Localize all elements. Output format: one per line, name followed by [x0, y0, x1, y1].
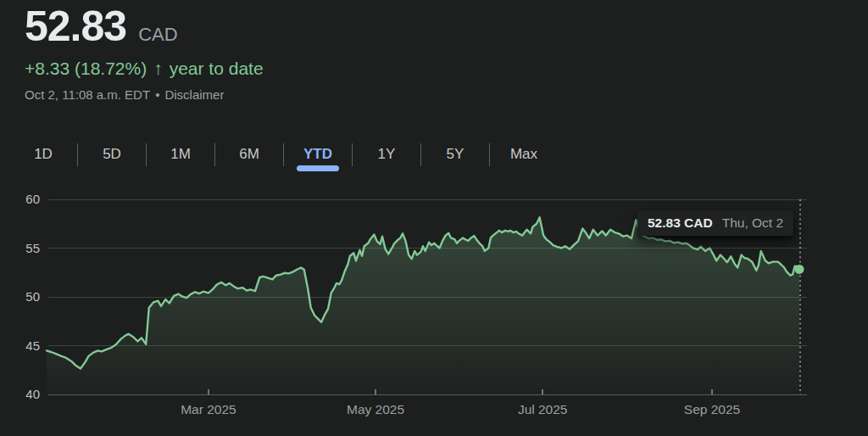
- y-axis-label: 60: [25, 192, 40, 206]
- price-chart[interactable]: 6055504540Mar 2025May 2025Jul 2025Sep 20…: [0, 191, 868, 436]
- price-row: 52.83 CAD: [25, 5, 264, 48]
- x-axis-label: Sep 2025: [684, 402, 740, 416]
- tooltip-price: 52.83 CAD: [648, 215, 713, 231]
- price-change-period: year to date: [170, 59, 264, 79]
- tab-label: YTD: [303, 146, 332, 163]
- tab-1d[interactable]: 1D: [9, 135, 77, 174]
- tab-5d[interactable]: 5D: [78, 135, 146, 174]
- tab-label: 1M: [170, 146, 191, 163]
- tab-5y[interactable]: 5Y: [421, 135, 489, 174]
- tab-label: 5D: [103, 146, 121, 163]
- tab-label: 5Y: [447, 146, 465, 163]
- tooltip-date: Thu, Oct 2: [722, 215, 783, 231]
- active-tab-underline: [297, 165, 339, 171]
- price-header: 52.83 CAD +8.33 (18.72%) ↑ year to date …: [25, 5, 264, 102]
- y-axis-label: 45: [25, 338, 40, 353]
- x-axis-label: Jul 2025: [518, 402, 568, 416]
- time-range-tabs: 1D 5D 1M 6M YTD 1Y 5Y Max: [9, 135, 558, 174]
- price-change-value: +8.33 (18.72%): [25, 59, 147, 79]
- bullet-separator: •: [155, 87, 159, 102]
- y-axis-label: 50: [25, 289, 40, 304]
- tab-1m[interactable]: 1M: [147, 135, 214, 174]
- currency-code: CAD: [138, 24, 177, 46]
- tab-label: 6M: [239, 146, 259, 163]
- tab-max[interactable]: Max: [490, 135, 558, 174]
- tab-6m[interactable]: 6M: [215, 135, 283, 174]
- price-change-row: +8.33 (18.72%) ↑ year to date: [25, 59, 264, 79]
- y-axis-label: 40: [25, 387, 40, 401]
- x-axis-label: May 2025: [347, 402, 404, 416]
- finance-chart-widget: 52.83 CAD +8.33 (18.72%) ↑ year to date …: [0, 0, 868, 436]
- y-axis-label: 55: [25, 241, 40, 255]
- arrow-up-icon: ↑: [153, 59, 163, 79]
- current-price: 52.83: [25, 5, 126, 48]
- quote-timestamp: Oct 2, 11:08 a.m. EDT: [25, 87, 150, 102]
- tab-label: Max: [510, 146, 537, 163]
- tab-1y[interactable]: 1Y: [353, 135, 420, 174]
- last-price-dot: [795, 265, 804, 274]
- tab-label: 1Y: [378, 146, 396, 163]
- tab-label: 1D: [34, 146, 53, 163]
- disclaimer-link[interactable]: Disclaimer: [164, 87, 224, 102]
- tab-ytd[interactable]: YTD: [284, 135, 352, 174]
- chart-tooltip: 52.83 CAD Thu, Oct 2: [637, 210, 793, 236]
- x-axis-label: Mar 2025: [181, 402, 236, 416]
- quote-meta-row: Oct 2, 11:08 a.m. EDT • Disclaimer: [25, 87, 264, 102]
